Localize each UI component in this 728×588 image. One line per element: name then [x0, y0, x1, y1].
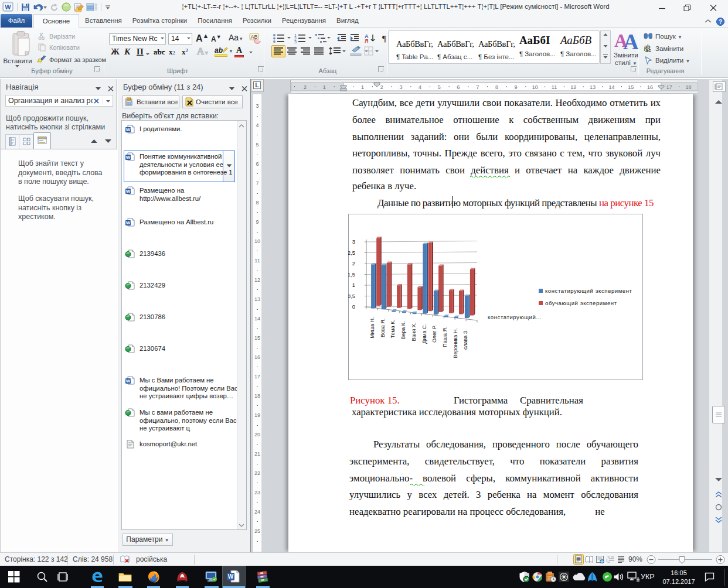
svg-text:0: 0: [352, 303, 355, 310]
svg-text:3: 3: [294, 40, 297, 43]
svg-text:24: 24: [254, 509, 260, 515]
svg-text:0,5: 0,5: [348, 293, 355, 299]
svg-text:16: 16: [254, 354, 260, 360]
svg-text:19: 19: [254, 412, 260, 418]
svg-text:15: 15: [628, 84, 634, 90]
svg-text:?: ?: [719, 19, 722, 25]
svg-text:6: 6: [256, 161, 258, 167]
svg-text:4: 4: [256, 122, 258, 128]
svg-text:1,5: 1,5: [348, 271, 355, 278]
svg-text:Вероника Н.: Вероника Н.: [453, 328, 458, 358]
svg-text:1: 1: [352, 282, 355, 288]
svg-text:11: 11: [552, 84, 557, 90]
svg-text:23: 23: [254, 490, 260, 495]
svg-text:Вова Я.: Вова Я.: [380, 319, 386, 337]
svg-text:AB: AB: [250, 34, 257, 40]
svg-text:18: 18: [685, 84, 691, 90]
svg-text:W: W: [126, 189, 131, 194]
svg-text:15: 15: [254, 335, 260, 341]
svg-text:5: 5: [256, 142, 258, 148]
svg-text:5: 5: [438, 84, 441, 90]
svg-text:W: W: [126, 378, 131, 384]
svg-text:17: 17: [666, 84, 672, 90]
svg-text:Я: Я: [365, 38, 368, 43]
svg-text:1: 1: [361, 84, 364, 90]
svg-text:4: 4: [419, 84, 421, 90]
svg-text:9: 9: [256, 219, 258, 225]
svg-text:W: W: [126, 127, 131, 132]
svg-text:2: 2: [380, 84, 383, 90]
svg-text:W: W: [126, 155, 131, 160]
svg-text:22: 22: [254, 470, 260, 476]
svg-text:17: 17: [254, 374, 260, 380]
svg-text:9: 9: [515, 84, 518, 90]
svg-text:11: 11: [254, 258, 260, 264]
svg-text:14: 14: [609, 84, 615, 90]
svg-text:13: 13: [590, 84, 596, 90]
svg-text:Паша Я.: Паша Я.: [442, 327, 448, 347]
svg-text:18: 18: [254, 393, 260, 399]
svg-text:3: 3: [399, 84, 402, 90]
svg-text:6: 6: [457, 84, 460, 90]
svg-text:W: W: [228, 573, 234, 580]
svg-text:2: 2: [304, 84, 307, 90]
svg-text:Ваня Х.: Ваня Х.: [411, 323, 417, 341]
svg-text:20: 20: [254, 432, 260, 437]
svg-text:Дима С.: Дима С.: [421, 324, 427, 344]
svg-text:12: 12: [570, 84, 576, 90]
svg-text:W: W: [126, 220, 131, 225]
svg-text:A: A: [623, 30, 638, 51]
svg-text:1: 1: [323, 84, 326, 90]
svg-text:16: 16: [647, 84, 653, 90]
svg-text:¶: ¶: [382, 34, 386, 43]
svg-text:7: 7: [476, 84, 479, 90]
svg-text:Олег Р.: Олег Р.: [431, 325, 437, 343]
svg-text:Тема К.: Тема К.: [390, 320, 396, 338]
svg-text:обучающий эксперимент: обучающий эксперимент: [545, 300, 617, 306]
svg-text:25: 25: [254, 528, 260, 534]
svg-text:10: 10: [532, 84, 538, 90]
svg-text:8: 8: [256, 200, 258, 206]
svg-text:W: W: [5, 4, 11, 11]
svg-text:2: 2: [352, 260, 355, 266]
svg-text:3: 3: [256, 103, 258, 109]
svg-text:2,5: 2,5: [348, 249, 355, 256]
svg-text:констатирующий эксперимент: констатирующий эксперимент: [545, 288, 632, 294]
svg-text:10: 10: [254, 238, 260, 244]
svg-text:12: 12: [254, 277, 260, 283]
svg-text:ac: ac: [645, 47, 651, 53]
svg-text:констатирующий...: констатирующий...: [488, 314, 542, 320]
svg-text:7: 7: [256, 180, 258, 186]
svg-text:3: 3: [352, 238, 355, 245]
svg-text:слава З.: слава З.: [462, 329, 468, 350]
svg-text:Вера К.: Вера К.: [400, 321, 406, 339]
svg-text:8: 8: [495, 84, 498, 90]
svg-text:13: 13: [254, 296, 260, 302]
svg-text:Миша Н.: Миша Н.: [369, 317, 375, 339]
svg-text:14: 14: [254, 316, 260, 322]
svg-text:21: 21: [254, 451, 260, 457]
